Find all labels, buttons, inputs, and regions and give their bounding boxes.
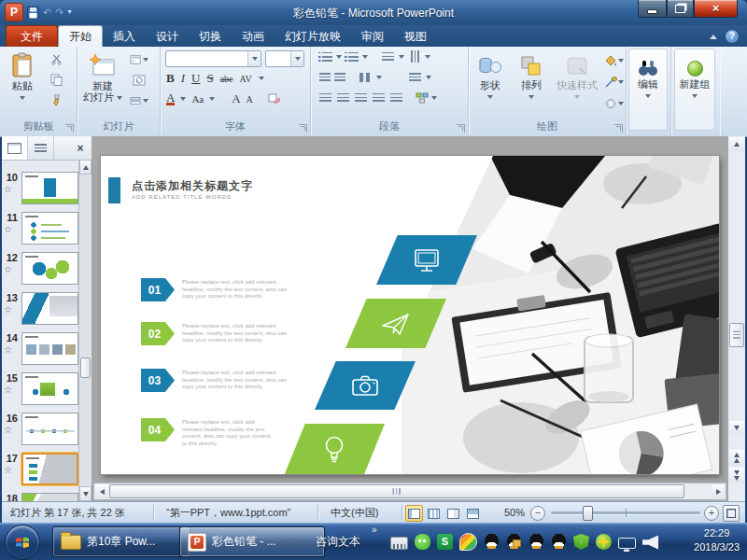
strikethrough-button[interactable]: S — [206, 71, 213, 86]
tab-slideshow[interactable]: 幻灯片放映 — [275, 26, 351, 47]
tab-design[interactable]: 设计 — [146, 26, 189, 47]
slide-thumbnail-15[interactable]: 15 ☆ — [2, 372, 78, 410]
language-status[interactable]: 中文(中国) — [331, 506, 378, 520]
justify-icon[interactable] — [372, 92, 387, 104]
zoom-level[interactable]: 50% — [504, 507, 525, 518]
scrollbar-thumb[interactable] — [109, 484, 684, 498]
cut-button[interactable] — [47, 51, 65, 67]
quick-styles-button[interactable]: 快速样式 — [553, 49, 601, 116]
taskbar-button-folder[interactable]: 第10章 Pow... — [52, 526, 190, 557]
font-name-combo[interactable] — [165, 50, 261, 67]
slide-sorter-view-button[interactable] — [425, 505, 443, 522]
tab-transitions[interactable]: 切换 — [189, 26, 232, 47]
slide-thumbnail-12[interactable]: 12 ☆ — [2, 252, 78, 289]
antivirus-shield-icon[interactable] — [573, 534, 589, 550]
redo-button[interactable]: ↷ — [55, 4, 63, 21]
scrollbar-thumb[interactable] — [729, 323, 744, 347]
restore-button[interactable] — [667, 0, 694, 18]
slide-subtitle[interactable]: ADD RELATED TITLE WORDS — [132, 194, 232, 200]
slides-tab[interactable] — [2, 136, 28, 160]
editing-button[interactable]: 编辑 — [628, 49, 668, 131]
speaker-icon[interactable] — [642, 536, 658, 550]
scroll-down-button[interactable] — [79, 486, 92, 501]
paragraph-dialog-launcher[interactable] — [457, 124, 465, 133]
taskbar-clock[interactable]: 22:29 2018/3/23 — [694, 526, 740, 554]
bold-button[interactable]: B — [166, 71, 175, 86]
arrange-button[interactable]: 排列 — [512, 49, 551, 116]
rainbow-icon[interactable] — [459, 533, 477, 551]
close-button[interactable]: × — [694, 0, 738, 18]
new-group-button[interactable]: 新建组 — [674, 49, 715, 131]
line-spacing-icon[interactable] — [381, 51, 396, 63]
zoom-in-button[interactable]: + — [704, 506, 719, 521]
start-button[interactable] — [5, 525, 40, 560]
slide-thumbnail-17-selected[interactable]: 17 ☆ — [2, 453, 78, 490]
align-center-icon[interactable] — [336, 92, 351, 104]
grow-font-button[interactable]: A — [232, 91, 240, 106]
horizontal-scrollbar[interactable] — [93, 483, 726, 500]
zoom-slider[interactable] — [551, 511, 700, 514]
tab-file[interactable]: 文件 — [6, 25, 58, 47]
collapse-ribbon-icon[interactable] — [710, 35, 717, 39]
save-button[interactable] — [27, 7, 39, 19]
thumbnail-scrollbar[interactable] — [78, 160, 92, 501]
tab-insert[interactable]: 插入 — [103, 26, 146, 47]
shapes-button[interactable]: 形状 — [471, 49, 510, 116]
clipboard-dialog-launcher[interactable] — [65, 124, 74, 133]
section-button[interactable] — [130, 92, 148, 108]
bullets-icon[interactable] — [318, 51, 333, 63]
tab-animations[interactable]: 动画 — [232, 26, 275, 47]
qq-icon[interactable] — [551, 534, 567, 550]
strikethrough2-button[interactable]: abc — [220, 74, 233, 84]
align-left-icon[interactable] — [318, 92, 333, 104]
close-panel-icon[interactable]: × — [69, 136, 92, 160]
shape-effects-button[interactable] — [605, 95, 624, 111]
shape-outline-button[interactable] — [605, 74, 624, 90]
italic-button[interactable]: I — [181, 71, 185, 86]
scroll-left-button[interactable] — [95, 484, 108, 498]
wechat-icon[interactable] — [415, 534, 430, 550]
qq-icon[interactable] — [506, 534, 522, 550]
tab-home[interactable]: 开始 — [58, 25, 103, 47]
decrease-indent-icon[interactable] — [318, 72, 331, 83]
tab-view[interactable]: 视图 — [394, 26, 437, 47]
zoom-out-button[interactable]: − — [530, 506, 545, 521]
slide-title[interactable]: 点击添加相关标题文字 — [132, 178, 253, 194]
font-color-button[interactable]: A — [166, 92, 175, 105]
slide-thumbnail-14[interactable]: 14 ☆ — [2, 332, 78, 370]
qq-icon[interactable] — [529, 534, 544, 550]
parallelogram-light-bulb[interactable] — [284, 424, 385, 474]
new-slide-button[interactable]: 新建幻灯片 — [81, 49, 124, 116]
powerpoint-logo-icon[interactable]: P — [5, 3, 23, 21]
slide-layout-button[interactable] — [130, 51, 148, 67]
keyboard-icon[interactable] — [390, 537, 408, 550]
network-icon[interactable] — [618, 538, 636, 549]
slide-thumbnail-11[interactable]: 11 ☆ — [2, 212, 78, 249]
format-painter-button[interactable] — [47, 92, 65, 108]
numbering-icon[interactable] — [345, 51, 359, 63]
qat-customize-dropdown[interactable]: ▾ — [67, 4, 71, 21]
slide-17[interactable]: 点击添加相关标题文字 ADD RELATED TITLE WORDS — [101, 156, 719, 474]
sogou-icon[interactable]: S — [437, 534, 453, 550]
tray-overflow-chevron[interactable]: » — [372, 525, 377, 535]
font-size-combo[interactable] — [265, 50, 304, 67]
tab-review[interactable]: 审阅 — [351, 26, 394, 47]
help-icon[interactable]: ? — [725, 29, 740, 44]
scroll-up-button[interactable] — [729, 137, 744, 151]
previous-slide-button[interactable] — [729, 450, 744, 466]
increase-indent-icon[interactable] — [333, 72, 345, 83]
character-spacing-button[interactable]: AV — [240, 74, 252, 84]
smartart-convert-icon[interactable] — [416, 92, 429, 104]
shrink-font-button[interactable]: A — [247, 94, 253, 105]
paste-button[interactable]: 粘贴 — [2, 49, 43, 116]
clear-formatting-icon[interactable] — [268, 93, 280, 105]
change-case-button[interactable]: Aa — [191, 93, 204, 105]
text-direction-icon[interactable] — [409, 49, 420, 64]
taskbar-button-powerpoint[interactable]: P 彩色铅笔 - ... — [179, 526, 325, 557]
shape-fill-button[interactable] — [605, 52, 624, 68]
fit-to-window-button[interactable] — [723, 505, 740, 522]
next-slide-button[interactable] — [729, 468, 744, 483]
copy-button[interactable] — [47, 72, 65, 88]
minimize-button[interactable] — [638, 0, 667, 18]
slide-thumbnail-10[interactable]: 10 ☆ — [2, 172, 78, 209]
